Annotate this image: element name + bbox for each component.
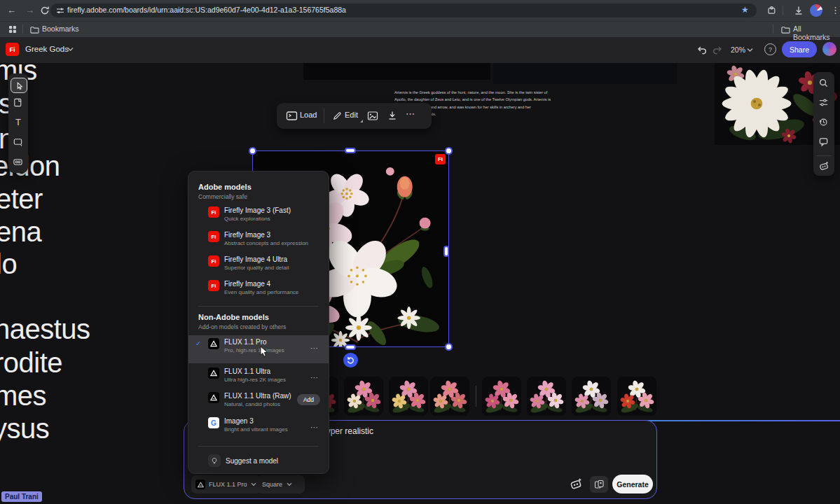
god-name-text[interactable]: ena (0, 216, 41, 248)
back-icon[interactable]: ← (7, 0, 16, 21)
select-tool[interactable] (11, 78, 27, 93)
result-thumbnail[interactable] (389, 377, 428, 416)
image-variations-icon[interactable] (367, 111, 378, 121)
selection-handle-e[interactable] (443, 246, 449, 257)
flux-logo-icon (208, 392, 219, 403)
extensions-icon[interactable] (766, 5, 777, 15)
non-adobe-models-header: Non-Adobe models (198, 313, 269, 321)
apps-grid-icon[interactable] (8, 25, 17, 34)
model-name: FLUX 1.1 Pro (224, 338, 284, 346)
comment-icon[interactable] (818, 136, 829, 148)
search-icon[interactable] (818, 78, 829, 89)
adjust-sliders-icon[interactable] (818, 97, 829, 108)
selection-handle-ne[interactable] (445, 147, 453, 155)
result-thumbnail[interactable] (430, 377, 469, 416)
model-option-flux-1-1-ultra-raw[interactable]: FLUX 1.1 Ultra (Raw) Natural, candid pho… (208, 392, 291, 408)
model-desc: Superior quality and detail (224, 264, 289, 272)
reference-image-icon[interactable] (590, 476, 608, 493)
bookmarks-label[interactable]: Bookmarks (42, 24, 79, 33)
prompt-style-icon[interactable] (569, 477, 583, 491)
edit-button[interactable]: Edit (345, 111, 358, 119)
media-tool[interactable] (13, 156, 24, 167)
god-name-text[interactable]: lo (0, 248, 17, 280)
aspect-ratio-dropdown[interactable]: Square (257, 475, 305, 493)
help-icon[interactable]: ? (764, 43, 776, 55)
bookmarks-bar: Bookmarks All Bookmarks (0, 21, 840, 37)
god-name-text[interactable]: eter (0, 183, 43, 215)
text-tool[interactable]: T (13, 117, 24, 128)
model-option-firefly-image-3-fast[interactable]: Fi Firefly Image 3 (Fast) Quick explorat… (208, 206, 291, 223)
zoom-level[interactable]: 20% (731, 46, 745, 54)
bookmark-star-icon[interactable]: ★ (741, 5, 749, 15)
style-presets-icon[interactable] (818, 160, 829, 172)
model-desc: Abstract concepts and expression (224, 239, 308, 247)
model-more-icon[interactable]: ⋯ (310, 423, 319, 432)
downloads-icon[interactable] (793, 5, 804, 16)
model-option-firefly-image-3[interactable]: Fi Firefly Image 3 Abstract concepts and… (208, 231, 308, 247)
collaborator-name-tag: Paul Trani (1, 491, 42, 502)
suggest-a-model-item[interactable]: Suggest a model (208, 454, 278, 467)
shape-tool[interactable] (13, 136, 24, 148)
forward-icon[interactable]: → (25, 0, 34, 21)
model-name: Firefly Image 4 (224, 280, 298, 288)
all-bookmarks-label[interactable]: All Bookmarks (793, 24, 840, 41)
panel-divider (198, 446, 319, 447)
model-option-firefly-image-4-ultra[interactable]: Fi Firefly Image 4 Ultra Superior qualit… (208, 255, 289, 272)
model-desc: Quick explorations (224, 215, 291, 223)
firefly-logo-icon: Fi (208, 255, 219, 267)
selection-handle-n[interactable] (345, 148, 356, 153)
adobe-models-header: Adobe models (198, 183, 252, 191)
reload-icon[interactable] (39, 5, 50, 16)
model-more-icon[interactable]: ⋯ (310, 373, 319, 382)
result-thumbnail[interactable] (572, 377, 611, 416)
result-thumbnail[interactable] (344, 377, 383, 416)
share-button[interactable]: Share (782, 41, 817, 57)
model-option-flux-1-1-ultra[interactable]: FLUX 1.1 Ultra Ultra high-res 2K images (208, 368, 286, 384)
firefly-image-badge: Fi (435, 154, 446, 164)
regenerate-button[interactable] (343, 353, 358, 368)
firefly-app-logo[interactable]: Fi (6, 43, 19, 56)
god-name-text[interactable]: ysus (0, 413, 49, 444)
result-thumbnail[interactable] (617, 377, 656, 416)
god-name-text[interactable]: haestus (0, 314, 90, 345)
model-option-firefly-image-4[interactable]: Fi Firefly Image 4 Even quality and perf… (208, 280, 298, 296)
model-option-flux-1-1-pro-selected[interactable]: ✓ FLUX 1.1 Pro Pro, high-res 1K images ⋯ (188, 335, 329, 363)
generate-button[interactable]: Generate (612, 475, 653, 493)
more-options-icon[interactable]: ⋯ (406, 108, 415, 119)
board-image-strip-right[interactable] (493, 63, 677, 84)
firefly-logo-icon: Fi (208, 206, 219, 218)
prompt-input-text[interactable]: hyper realistic (322, 426, 373, 436)
download-image-icon[interactable] (387, 111, 398, 121)
flux-logo-icon (195, 479, 205, 489)
edit-dropdown-corner-icon (360, 120, 363, 122)
model-option-imagen-3[interactable]: G Imagen 3 Bright and vibrant images (208, 417, 288, 433)
board-title-chevron-icon[interactable] (67, 47, 74, 52)
selection-handle-se[interactable] (445, 343, 453, 351)
user-avatar[interactable] (822, 42, 836, 56)
url-text[interactable]: firefly.adobe.com/boards/id/urn:aaid:sc:… (67, 6, 346, 14)
selection-handle-s[interactable] (345, 344, 356, 350)
zoom-chevron-icon[interactable] (747, 48, 753, 52)
result-thumbnail[interactable] (527, 377, 566, 416)
site-controls-icon[interactable] (56, 6, 64, 15)
redo-icon[interactable] (712, 44, 724, 55)
result-thumbnail[interactable] (482, 377, 521, 416)
board-image-strip-left[interactable] (303, 63, 490, 80)
left-toolbar: T (8, 74, 28, 173)
add-model-button[interactable]: Add (297, 394, 320, 405)
god-name-text[interactable]: mes (0, 380, 46, 412)
selection-handle-nw[interactable] (249, 147, 256, 155)
god-name-text[interactable]: rodite (0, 347, 62, 379)
history-icon[interactable] (818, 117, 829, 128)
board-title[interactable]: Greek Gods (25, 45, 69, 53)
browser-menu-icon[interactable]: ⋮ (831, 0, 840, 21)
load-button[interactable]: Load (300, 111, 317, 119)
browser-profile-avatar[interactable] (810, 4, 822, 17)
add-page-tool[interactable] (13, 97, 24, 108)
model-selector-dropdown[interactable]: FLUX 1.1 Pro (191, 475, 261, 493)
toolbar-divider (324, 108, 324, 123)
check-icon: ✓ (195, 340, 201, 347)
model-more-icon[interactable]: ⋯ (310, 344, 319, 353)
model-name: Firefly Image 4 Ultra (224, 255, 289, 264)
undo-icon[interactable] (696, 44, 707, 55)
